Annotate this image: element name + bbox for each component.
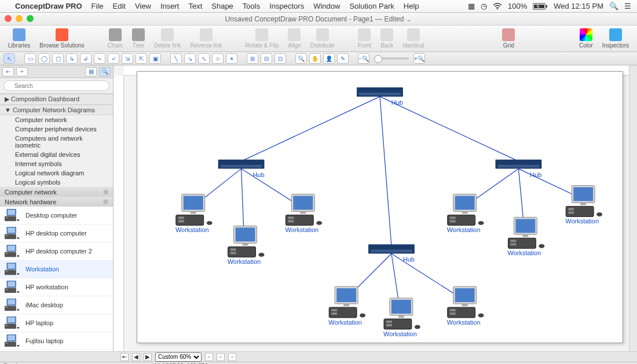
block-tool[interactable]: ▢ xyxy=(52,53,64,64)
menu-tools[interactable]: Tools xyxy=(243,2,260,10)
connector-tool-2[interactable]: ↲ xyxy=(80,53,91,64)
menu-window[interactable]: Window xyxy=(313,2,340,10)
menu-view[interactable]: View xyxy=(135,2,151,10)
pointer-tool[interactable]: ↖ xyxy=(3,53,15,64)
toolbar-color[interactable]: Color xyxy=(576,28,596,49)
document-bar: ⇤ ◀ ▶ Custom 60% ▫ ▫ ▫ xyxy=(0,351,637,362)
line-tool-5[interactable]: ✶ xyxy=(226,53,237,64)
app-name[interactable]: ConceptDraw PRO xyxy=(15,2,82,10)
grid-view-icon[interactable]: ▦ xyxy=(85,67,97,76)
rect-tool[interactable]: ▭ xyxy=(24,53,36,64)
toolbar-browse-solutions[interactable]: Browse Solutions xyxy=(36,28,87,49)
tree-group[interactable]: ▼ Computer Network Diagrams xyxy=(0,105,113,115)
tree-item[interactable]: Computer peripheral devices xyxy=(0,124,113,134)
page1-tab[interactable]: ▫ xyxy=(205,353,213,361)
toolbar-distribute[interactable]: Distribute xyxy=(307,28,338,49)
menu-help[interactable]: Help xyxy=(404,2,419,10)
shape-item[interactable]: Desktop computer xyxy=(0,207,113,225)
list-icon[interactable]: ☰ xyxy=(624,2,631,10)
shape-item[interactable]: iMac desktop xyxy=(0,296,113,314)
zoom-select[interactable]: Custom 60% xyxy=(155,352,202,362)
clock-icon[interactable]: ◷ xyxy=(481,2,487,10)
wifi-icon[interactable] xyxy=(493,3,502,10)
search-input[interactable] xyxy=(3,80,109,91)
tree-item[interactable]: Logical symbols xyxy=(0,178,113,187)
shape-item[interactable]: Workstation xyxy=(0,260,113,278)
connector-tool-4[interactable]: ⤶ xyxy=(108,53,119,64)
connector-tool-3[interactable]: ⤷ xyxy=(94,53,105,64)
menu-solutionpark[interactable]: Solution Park xyxy=(349,2,394,10)
open-library-tab[interactable]: Computer network⊗ xyxy=(0,187,113,197)
menu-file[interactable]: File xyxy=(91,2,104,10)
toolbar-delete-link[interactable]: Delete link xyxy=(151,28,185,49)
search-view-icon[interactable]: 🔍 xyxy=(99,67,111,76)
tree-item[interactable]: External digital devices xyxy=(0,150,113,159)
layout-tool-1[interactable]: ⊞ xyxy=(247,53,258,64)
connector-tool-1[interactable]: ↳ xyxy=(66,53,78,64)
svg-rect-117 xyxy=(568,208,574,210)
page-prev-icon[interactable]: ◀ xyxy=(132,353,140,361)
tree-item[interactable]: Computers and network isometric xyxy=(0,134,113,150)
shape-item[interactable]: HP desktop computer 2 xyxy=(0,242,113,260)
window-titlebar: Unsaved ConceptDraw PRO Document - Page1… xyxy=(0,13,637,25)
line-tool-4[interactable]: ⊹ xyxy=(212,53,224,64)
ellipse-tool[interactable]: ◯ xyxy=(38,53,50,64)
tree-item[interactable]: Internet symbols xyxy=(0,159,113,168)
toolbar-inspectors[interactable]: Inspectors xyxy=(599,28,632,49)
shape-item[interactable]: HP laptop xyxy=(0,314,113,332)
menu-shape[interactable]: Shape xyxy=(211,2,233,10)
tree-item[interactable]: Computer network xyxy=(0,115,113,124)
line-tool-3[interactable]: ⤡ xyxy=(198,53,210,64)
line-tool-1[interactable]: ╲ xyxy=(170,53,182,64)
toolbar-tree[interactable]: Tree xyxy=(129,28,148,49)
zoom-out-btn[interactable]: −🔍 xyxy=(358,53,369,64)
toolbar-align[interactable]: Align xyxy=(284,28,304,49)
zoom-in-btn[interactable]: +🔍 xyxy=(413,53,425,64)
tree-item[interactable]: Logical network diagram xyxy=(0,168,113,178)
spotlight-icon[interactable]: 🔍 xyxy=(609,2,618,10)
open-library-tab[interactable]: Network hardware⊗ xyxy=(0,197,113,207)
eyedropper-tool[interactable]: ✎ xyxy=(337,53,349,64)
network-diagram[interactable]: HubHubHubHubWorkstationWorkstationWorkst… xyxy=(137,72,623,343)
shape-item[interactable]: Fujitsu laptop xyxy=(0,332,113,350)
collapse-tree-icon[interactable]: ⇤ xyxy=(2,67,14,76)
menu-inspectors[interactable]: Inspectors xyxy=(269,2,304,10)
toolbar-back[interactable]: Back xyxy=(377,28,397,49)
page-next-icon[interactable]: ▶ xyxy=(144,353,152,361)
shape-item[interactable]: Fujitsu laptop 2 xyxy=(0,350,113,351)
zoom-in-tool[interactable]: 🔍 xyxy=(295,53,307,64)
svg-rect-83 xyxy=(243,243,248,245)
toolbar-chain[interactable]: Chain xyxy=(104,28,126,49)
pan-tool[interactable]: ✋ xyxy=(309,53,321,64)
stamp-tool[interactable]: 👤 xyxy=(323,53,335,64)
page2-tab[interactable]: ▫ xyxy=(217,353,225,361)
page3-tab[interactable]: ▫ xyxy=(228,353,236,361)
clock-time[interactable]: Wed 12:15 PM xyxy=(554,2,603,10)
control-center-icon[interactable]: ▦ xyxy=(468,2,475,10)
layout-tool-2[interactable]: ⊟ xyxy=(261,53,272,64)
toolbar-rotate-flip[interactable]: Rotate & Flip xyxy=(242,28,283,49)
toolbar-reverse-link[interactable]: Reverse link xyxy=(186,28,225,49)
line-tool-2[interactable]: ↘ xyxy=(184,53,196,64)
svg-rect-124 xyxy=(329,307,357,318)
menu-insert[interactable]: Insert xyxy=(160,2,180,10)
toolbar-grid[interactable]: Grid xyxy=(499,28,518,49)
connector-tool-5[interactable]: ⇲ xyxy=(122,53,133,64)
connector-tool-7[interactable]: ▣ xyxy=(149,53,161,64)
canvas-area[interactable]: HubHubHubHubWorkstationWorkstationWorkst… xyxy=(114,65,629,351)
shape-item[interactable]: HP workstation xyxy=(0,278,113,296)
zoom-slider[interactable] xyxy=(374,57,409,60)
tree-group[interactable]: ▶ Composition Dashboard xyxy=(0,94,113,105)
page-first-icon[interactable]: ⇤ xyxy=(120,353,129,361)
menu-text[interactable]: Text xyxy=(188,2,202,10)
toolbar-front[interactable]: Front xyxy=(354,28,375,49)
shape-item[interactable]: HP desktop computer xyxy=(0,225,113,242)
layout-tool-3[interactable]: ⊡ xyxy=(274,53,286,64)
toolbar-identical[interactable]: Identical xyxy=(399,28,427,49)
traffic-lights[interactable] xyxy=(5,15,34,22)
connector-tool-6[interactable]: ⇱ xyxy=(136,53,147,64)
toolbar-libraries[interactable]: Libraries xyxy=(5,28,34,49)
menu-edit[interactable]: Edit xyxy=(113,2,126,10)
drawing-canvas[interactable]: HubHubHubHubWorkstationWorkstationWorkst… xyxy=(137,71,623,343)
add-lib-icon[interactable]: + xyxy=(16,67,28,76)
